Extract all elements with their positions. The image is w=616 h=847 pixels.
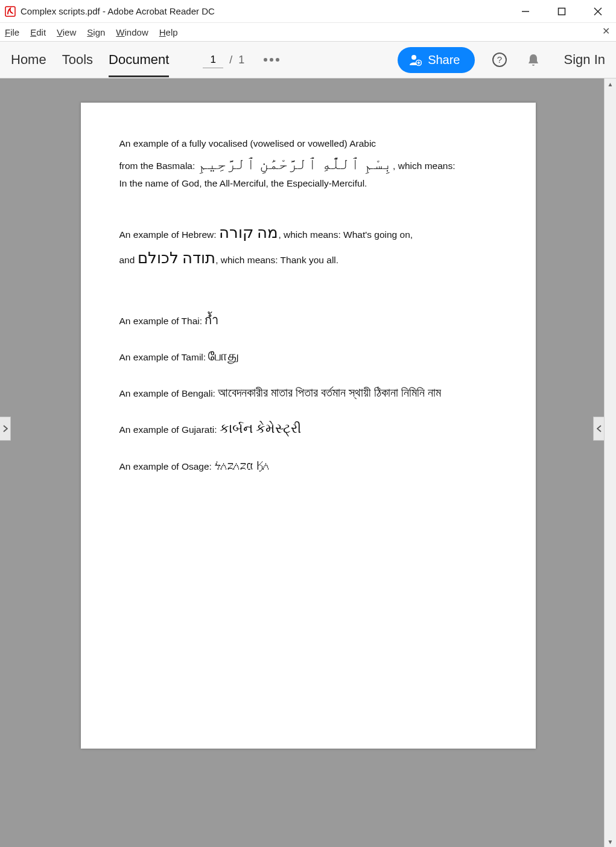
tamil-example: An example of Tamil: போது [119,345,497,366]
menu-help[interactable]: Help [159,27,178,37]
osage-example: An example of Osage: 𐓏𐓘𐓻𐓘𐓻𐓟 𐒼𐓘 [119,455,497,476]
menu-file[interactable]: File [5,27,19,37]
close-button[interactable] [580,0,616,22]
page-total: 1 [238,54,244,66]
arabic-line-1: An example of a fully vocalised (vowelis… [119,136,497,152]
menu-view[interactable]: View [57,27,76,37]
scroll-up-arrow-icon[interactable]: ▲ [605,78,616,89]
arabic-line-2: from the Basmala: بِسْمِ ٱللَّٰهِ ٱلرَّح… [119,152,497,177]
maximize-button[interactable] [544,0,580,22]
help-icon[interactable]: ? [491,51,509,69]
tab-document[interactable]: Document [109,42,169,77]
thai-example: An example of Thai: ก้ำ [119,310,497,330]
menu-bar: File Edit View Sign Window Help ✕ [0,23,616,41]
share-button-label: Share [428,53,460,67]
window-controls [507,0,616,22]
hebrew-script-2: תודה לכולם [138,249,216,267]
bengali-example: An example of Bengali: আবেদনকারীর মাতার … [119,383,497,402]
minimize-button[interactable] [507,0,544,22]
more-tools-icon[interactable] [264,58,279,62]
tamil-script: போது [208,348,239,363]
page-separator: / [229,54,232,66]
page-navigation: / 1 [203,51,244,68]
vertical-scrollbar[interactable]: ▲ ▼ [604,78,616,847]
close-panel-icon[interactable]: ✕ [602,25,610,37]
arabic-example-block: An example of a fully vocalised (vowelis… [119,136,497,191]
window-title: Complex scripts.pdf - Adobe Acrobat Read… [21,6,507,16]
other-scripts-block: An example of Thai: ก้ำ An example of Ta… [119,310,497,476]
tab-home[interactable]: Home [11,42,46,77]
menu-edit[interactable]: Edit [30,27,46,37]
right-panel-toggle[interactable] [593,417,604,441]
gujarati-script: કાર્બન કેમેસ્ટ્રી [220,421,302,436]
page-number-input[interactable] [203,51,223,68]
svg-text:?: ? [497,54,501,65]
arabic-script: بِسْمِ ٱللَّٰهِ ٱلرَّحْمَٰنِ ٱلرَّحِيمِ [198,155,393,173]
menu-window[interactable]: Window [116,27,148,37]
svg-point-5 [411,55,416,60]
gujarati-example: An example of Gujarati: કાર્બન કેમેસ્ટ્ર… [119,418,497,439]
pdf-page: An example of a fully vocalised (vowelis… [81,103,536,749]
toolbar: Home Tools Document / 1 Share ? Sign In [0,41,616,78]
scroll-down-arrow-icon[interactable]: ▼ [605,836,616,847]
hebrew-script-1: מה קורה [219,224,279,241]
notifications-bell-icon[interactable] [524,51,542,69]
svg-rect-2 [559,8,565,14]
share-person-icon [408,53,422,66]
document-view-area: ▲ ▼ An example of a fully vocalised (vow… [0,78,616,847]
arabic-line-3: In the name of God, the All-Merciful, th… [119,176,497,191]
left-panel-toggle[interactable] [0,417,11,441]
share-button[interactable]: Share [398,47,474,73]
sign-in-link[interactable]: Sign In [564,52,606,68]
tab-tools[interactable]: Tools [62,42,93,77]
hebrew-line-2: and תודה לכולם, which means: Thank you a… [119,246,497,271]
osage-script: 𐓏𐓘𐓻𐓘𐓻𐓟 𐒼𐓘 [214,458,269,473]
menu-sign[interactable]: Sign [87,27,105,37]
acrobat-app-icon [5,6,16,17]
hebrew-line-1: An example of Hebrew: מה קורה, which mea… [119,220,497,246]
title-bar: Complex scripts.pdf - Adobe Acrobat Read… [0,0,616,23]
hebrew-example-block: An example of Hebrew: מה קורה, which mea… [119,220,497,270]
bengali-script: আবেদনকারীর মাতার পিতার বর্তমান স্থায়ী ঠ… [218,386,441,399]
thai-script: ก้ำ [205,313,218,327]
